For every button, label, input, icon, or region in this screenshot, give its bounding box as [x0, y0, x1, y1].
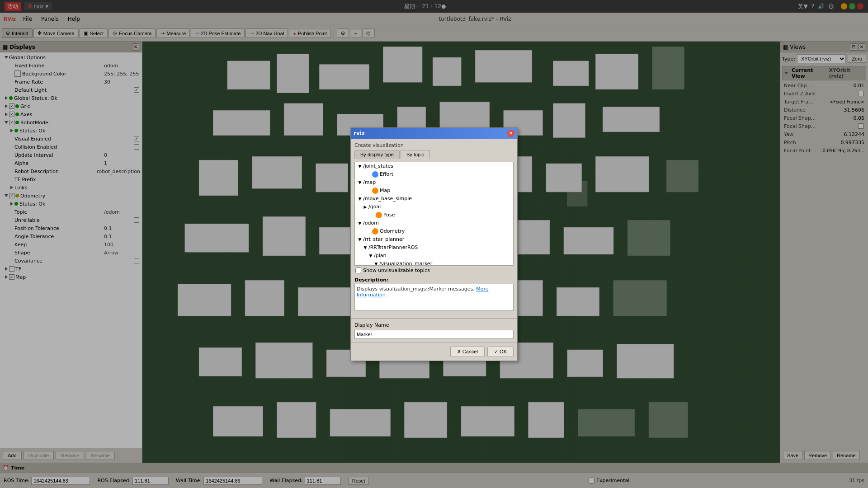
dialog-section-label: Create visualization [354, 142, 514, 148]
pose-icon [376, 212, 382, 218]
move-base-row[interactable]: ▼ /move_base_simple [355, 195, 513, 203]
effort-row[interactable]: Effort [355, 170, 513, 178]
pose-label: Pose [383, 212, 395, 218]
show-unvisualizable-checkbox[interactable] [355, 267, 361, 273]
goal-expand: ▶ [362, 205, 368, 209]
ok-btn[interactable]: ✓ OK [487, 347, 514, 357]
odometry-item-label: Odometry [380, 228, 405, 234]
description-label: Description: [354, 277, 514, 283]
modal-overlay: rviz ✕ Create visualization By display t… [0, 0, 868, 488]
effort-icon [372, 171, 378, 178]
map-topic-expand: ▼ [357, 180, 363, 185]
description-section: Description: Displays visualization_msgs… [354, 277, 514, 311]
cancel-btn[interactable]: ✗ Cancel [450, 347, 485, 357]
rrtstar-row[interactable]: ▼ /RRTstarPlannerROS [355, 244, 513, 252]
display-name-input[interactable] [354, 330, 514, 339]
description-box: Displays visualization_msgs::Marker mess… [354, 284, 514, 311]
description-text: Displays visualization_msgs::Marker mess… [357, 286, 475, 292]
create-visualization-dialog: rviz ✕ Create visualization By display t… [350, 127, 518, 361]
goal-row[interactable]: ▶ /goal [355, 203, 513, 211]
move-base-expand: ▼ [357, 197, 363, 201]
vis-marker-row[interactable]: ▼ /visualization_marker [355, 260, 513, 266]
dialog-body: Create visualization By display type By … [351, 139, 517, 314]
vis-marker-expand: ▼ [373, 262, 379, 266]
map-item-row[interactable]: Map [355, 187, 513, 195]
display-name-section: Display Name [351, 318, 517, 343]
dialog-buttons: ✗ Cancel ✓ OK [351, 343, 517, 361]
show-unvisualizable-row: Show unvisualizable topics [354, 266, 514, 275]
odom-topic-label: /odom [363, 220, 379, 226]
rrt-label: /rrt_star_planner [363, 236, 404, 242]
plan-label: /plan [374, 253, 386, 258]
joint-states-expand: ▼ [357, 164, 363, 169]
vis-marker-label: /visualization_marker [379, 261, 432, 266]
tab-by-topic[interactable]: By topic [401, 150, 430, 159]
dialog-close-btn[interactable]: ✕ [507, 130, 514, 137]
effort-label: Effort [380, 171, 393, 177]
rrt-row[interactable]: ▼ /rrt_star_planner [355, 235, 513, 244]
dialog-title: rviz [354, 130, 365, 136]
rrtstar-expand: ▼ [362, 245, 368, 250]
odom-topic-expand: ▼ [357, 221, 363, 225]
show-unvisualizable-label: Show unvisualizable topics [363, 267, 430, 273]
topic-tree[interactable]: ▼ /joint_states Effort ▼ /map Map [354, 162, 514, 266]
map-item-label: Map [380, 188, 390, 193]
joint-states-row[interactable]: ▼ /joint_states [355, 162, 513, 170]
plan-expand: ▼ [368, 253, 374, 258]
display-name-label: Display Name [354, 322, 514, 328]
tab-by-display-type[interactable]: By display type [354, 150, 400, 159]
map-topic-label: /map [363, 179, 376, 185]
rrtstar-label: /RRTstarPlannerROS [368, 244, 418, 250]
plan-row[interactable]: ▼ /plan [355, 252, 513, 260]
map-topic-row[interactable]: ▼ /map [355, 178, 513, 187]
description-period: . [387, 292, 389, 298]
joint-states-label: /joint_states [363, 163, 393, 169]
goal-label: /goal [368, 204, 381, 210]
odometry-item-row[interactable]: Odometry [355, 227, 513, 235]
rrt-expand: ▼ [357, 237, 363, 242]
map-item-icon [372, 188, 378, 194]
odometry-item-icon [372, 228, 378, 235]
move-base-label: /move_base_simple [363, 196, 412, 202]
pose-row[interactable]: Pose [355, 211, 513, 219]
dialog-tab-strip: By display type By topic [354, 150, 514, 159]
dialog-title-bar: rviz ✕ [351, 128, 517, 139]
odom-topic-row[interactable]: ▼ /odom [355, 219, 513, 227]
